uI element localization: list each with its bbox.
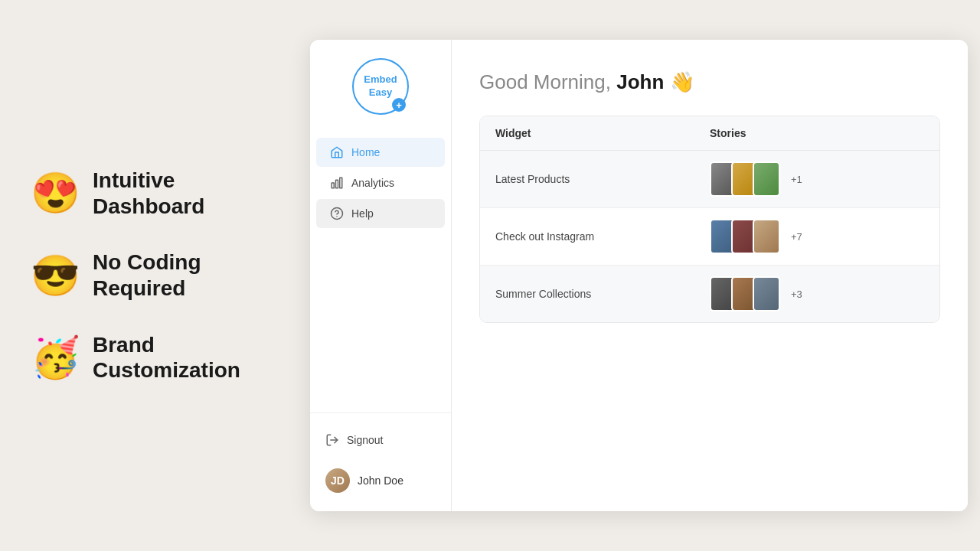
promo-text-3: Brand Customization (93, 332, 279, 383)
table-header: Widget Stories (480, 116, 939, 151)
promo-item-1: 😍 Intuitive Dashboard (31, 168, 279, 219)
promo-emoji-2: 😎 (31, 253, 80, 299)
user-profile[interactable]: JD John Doe (316, 462, 445, 499)
svg-rect-2 (340, 178, 342, 188)
signout-label: Signout (347, 434, 383, 446)
greeting: Good Morning, John 👋 (479, 70, 940, 94)
more-count-3: +3 (791, 289, 802, 300)
sidebar-item-home[interactable]: Home (316, 138, 445, 167)
user-name-label: John Doe (358, 474, 403, 487)
analytics-icon (330, 176, 344, 190)
promo-item-3: 🥳 Brand Customization (31, 332, 279, 383)
logo-circle: Embed Easy + (352, 58, 409, 115)
sidebar-logo: Embed Easy + (310, 40, 451, 130)
widget-name-1: Latest Products (480, 162, 694, 196)
sidebar: Embed Easy + Home (310, 40, 452, 511)
sidebar-bottom: Signout JD John Doe (310, 412, 451, 511)
home-icon (330, 145, 344, 159)
col-stories: Stories (694, 116, 939, 150)
story-thumb (753, 219, 780, 254)
avatar-image: JD (325, 468, 350, 493)
promo-emoji-3: 🥳 (31, 334, 80, 381)
more-count-1: +1 (791, 174, 802, 185)
promo-text-2: No Coding Required (93, 249, 279, 301)
home-label: Home (351, 146, 380, 158)
sidebar-item-analytics[interactable]: Analytics (316, 168, 445, 197)
widget-table: Widget Stories Latest Products +1 Check … (479, 116, 940, 323)
logo-plus-icon: + (392, 98, 406, 112)
stories-cell-3: +3 (694, 266, 939, 322)
table-row: Latest Products +1 (480, 151, 939, 208)
widget-name-2: Check out Instagram (480, 220, 694, 253)
signout-icon (325, 433, 339, 447)
main-content: Good Morning, John 👋 Widget Stories Late… (452, 40, 968, 511)
col-widget: Widget (480, 116, 694, 150)
table-row: Summer Collections +3 (480, 266, 939, 322)
analytics-label: Analytics (351, 177, 394, 189)
sidebar-nav: Home Analytics Help (310, 130, 451, 412)
story-thumb (753, 161, 780, 197)
svg-rect-1 (336, 180, 338, 188)
story-thumb (753, 276, 780, 311)
greeting-name: John (616, 70, 664, 93)
promo-emoji-1: 😍 (31, 170, 80, 217)
promo-text-1: Intuitive Dashboard (93, 168, 279, 219)
help-icon (330, 207, 344, 220)
promo-item-2: 😎 No Coding Required (31, 249, 279, 301)
table-row: Check out Instagram +7 (480, 208, 939, 266)
signout-button[interactable]: Signout (316, 425, 445, 455)
sidebar-item-help[interactable]: Help (316, 199, 445, 228)
more-count-2: +7 (791, 231, 802, 243)
promo-area: 😍 Intuitive Dashboard 😎 No Coding Requir… (0, 0, 310, 551)
widget-name-3: Summer Collections (480, 277, 694, 311)
greeting-prefix: Good Morning, (479, 70, 616, 93)
help-label: Help (351, 207, 374, 220)
greeting-emoji: 👋 (670, 70, 694, 93)
svg-rect-0 (332, 183, 334, 188)
stories-cell-2: +7 (694, 208, 939, 265)
app-container: Embed Easy + Home (310, 40, 968, 511)
stories-cell-1: +1 (694, 151, 939, 207)
avatar: JD (325, 468, 350, 493)
logo-text: Embed Easy (364, 73, 397, 99)
